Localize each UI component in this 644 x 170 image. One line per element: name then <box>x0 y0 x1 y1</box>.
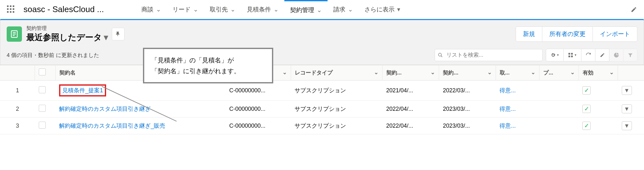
table-row: 1 見積条件_提案1 C-00000000... サブスクリプション 2021/… <box>0 81 644 101</box>
nav-item-opportunity[interactable]: 商談⌄ <box>136 0 167 19</box>
nav-item-more[interactable]: さらに表示▾ <box>359 0 406 19</box>
record-link[interactable]: 解約確定時のカスタム項目引き継ぎ <box>59 106 151 112</box>
cell-c7 <box>539 117 579 134</box>
chevron-down-icon: ⌄ <box>274 6 279 13</box>
row-checkbox[interactable] <box>39 122 46 129</box>
inline-edit-button[interactable] <box>595 49 609 61</box>
col-label: 取... <box>500 70 510 76</box>
svg-point-4 <box>438 53 441 56</box>
edit-nav-icon[interactable] <box>631 6 637 13</box>
nav-item-quote[interactable]: 見積条件⌄ <box>241 0 284 19</box>
table-row: 3 解約確定時のカスタム項目引き継ぎ_販売 C-00000000... サブスク… <box>0 117 644 134</box>
row-actions-menu[interactable]: ▼ <box>622 86 632 95</box>
chevron-down-icon: ⌄ <box>374 69 378 76</box>
list-view-name[interactable]: 最近参照したデータ ▾ <box>26 32 108 43</box>
related-link[interactable]: 得意... <box>499 106 516 112</box>
cell-actions: ▼ <box>618 101 644 117</box>
row-checkbox[interactable] <box>39 105 46 112</box>
list-header: 契約管理 最近参照したデータ ▾ 新規 所有者の変更 インポート 4 個の項目・… <box>0 19 644 65</box>
related-link[interactable]: 得意... <box>499 87 516 94</box>
app-launcher-icon[interactable] <box>7 5 15 14</box>
chevron-down-icon: ⌄ <box>317 6 322 14</box>
nav-item-billing[interactable]: 請求⌄ <box>328 0 359 19</box>
select-all-checkbox[interactable] <box>39 68 46 75</box>
object-icon <box>7 26 22 42</box>
display-as-button[interactable]: ▼ <box>564 49 581 61</box>
chevron-down-icon: ⌄ <box>282 69 287 76</box>
svg-rect-9 <box>571 56 573 57</box>
global-nav-bar: soasc - SalesCloud ... 商談⌄ リード⌄ 取引先⌄ 見積条… <box>0 0 644 19</box>
cell-c8: ✓ <box>579 117 618 134</box>
col-label: プ... <box>543 70 553 76</box>
nav-label: さらに表示 <box>364 5 395 14</box>
nav-label: 請求 <box>333 5 345 14</box>
cell-number: C-00000000... <box>226 101 291 117</box>
cell-c4: 2022/04/... <box>383 117 439 134</box>
object-label: 契約管理 <box>26 25 108 32</box>
list-search <box>435 49 543 61</box>
row-checkbox-cell <box>35 117 56 134</box>
chevron-down-icon: ⌄ <box>430 69 435 76</box>
col-label: 契約... <box>386 70 402 76</box>
cell-actions: ▼ <box>618 117 644 134</box>
list-title-text: 最近参照したデータ <box>26 32 102 43</box>
chevron-down-icon: ▼ <box>557 53 559 57</box>
col-c7[interactable]: プ...⌄ <box>539 65 579 81</box>
nav-item-account[interactable]: 取引先⌄ <box>204 0 241 19</box>
svg-line-5 <box>441 56 442 57</box>
cell-actions: ▼ <box>618 81 644 101</box>
table-header-row: 契約名⌄ 契約番号⌄ レコードタイプ⌄ 契約...⌄ 契約...⌄ 取...⌄ … <box>0 65 644 81</box>
svg-rect-7 <box>571 53 573 54</box>
nav-label: 取引先 <box>210 5 228 14</box>
list-view-dropdown-icon[interactable]: ▾ <box>104 32 108 42</box>
record-link[interactable]: 見積条件_提案1 <box>62 87 103 94</box>
chart-button[interactable] <box>609 49 623 61</box>
new-button[interactable]: 新規 <box>516 26 542 42</box>
nav-item-contract[interactable]: 契約管理⌄ <box>284 0 328 19</box>
col-c8[interactable]: 有効⌄ <box>579 65 618 81</box>
cell-c5: 2023/03/... <box>439 101 496 117</box>
change-owner-button[interactable]: 所有者の変更 <box>542 26 593 42</box>
col-c6[interactable]: 取...⌄ <box>496 65 539 81</box>
checked-icon: ✓ <box>582 105 591 113</box>
cell-c4: 2021/04/... <box>383 81 439 101</box>
col-c4[interactable]: 契約...⌄ <box>383 65 439 81</box>
cell-record-type: サブスクリプション <box>291 117 382 134</box>
import-button[interactable]: インポート <box>593 26 637 42</box>
chevron-down-icon: ⌄ <box>230 6 235 13</box>
search-input[interactable] <box>435 49 543 61</box>
row-actions-menu[interactable]: ▼ <box>622 104 632 113</box>
checked-icon: ✓ <box>582 122 591 130</box>
cell-c7 <box>539 81 579 101</box>
record-link[interactable]: 解約確定時のカスタム項目引き継ぎ_販売 <box>59 123 165 129</box>
page-stage: 「見積条件」の「見積名」が 「契約名」に引き継がれます。 契約管理 最近参照した… <box>0 19 644 134</box>
row-index: 2 <box>0 101 35 117</box>
table-row: 2 解約確定時のカスタム項目引き継ぎ C-00000000... サブスクリプシ… <box>0 101 644 117</box>
cell-c6: 得意... <box>496 101 539 117</box>
col-record-type[interactable]: レコードタイプ⌄ <box>291 65 382 81</box>
col-label: 契約名 <box>59 70 76 76</box>
row-actions-menu[interactable]: ▼ <box>622 121 632 130</box>
svg-rect-8 <box>568 56 570 57</box>
chevron-down-icon: ⌄ <box>156 6 161 13</box>
related-link[interactable]: 得意... <box>499 123 516 129</box>
chevron-down-icon: ⌄ <box>609 69 614 76</box>
refresh-button[interactable] <box>581 49 595 61</box>
filter-button[interactable] <box>623 49 637 61</box>
object-nav: 商談⌄ リード⌄ 取引先⌄ 見積条件⌄ 契約管理⌄ 請求⌄ さらに表示▾ <box>136 0 406 19</box>
col-label: レコードタイプ <box>295 70 333 76</box>
cell-c6: 得意... <box>496 81 539 101</box>
settings-gear-button[interactable]: ▼ <box>546 49 564 61</box>
cell-c7 <box>539 101 579 117</box>
cell-record-type: サブスクリプション <box>291 101 382 117</box>
callout-line2: 「契約名」に引き継がれます。 <box>151 66 265 76</box>
col-c5[interactable]: 契約...⌄ <box>439 65 496 81</box>
nav-item-lead[interactable]: リード⌄ <box>167 0 204 19</box>
nav-label: 契約管理 <box>290 6 314 14</box>
annotation-callout: 「見積条件」の「見積名」が 「契約名」に引き継がれます。 <box>143 48 273 83</box>
highlight-box: 見積条件_提案1 <box>59 84 106 96</box>
col-rownum <box>0 65 35 81</box>
row-checkbox[interactable] <box>39 86 46 93</box>
chevron-down-icon: ▾ <box>397 6 400 13</box>
pin-list-button[interactable] <box>112 28 125 40</box>
